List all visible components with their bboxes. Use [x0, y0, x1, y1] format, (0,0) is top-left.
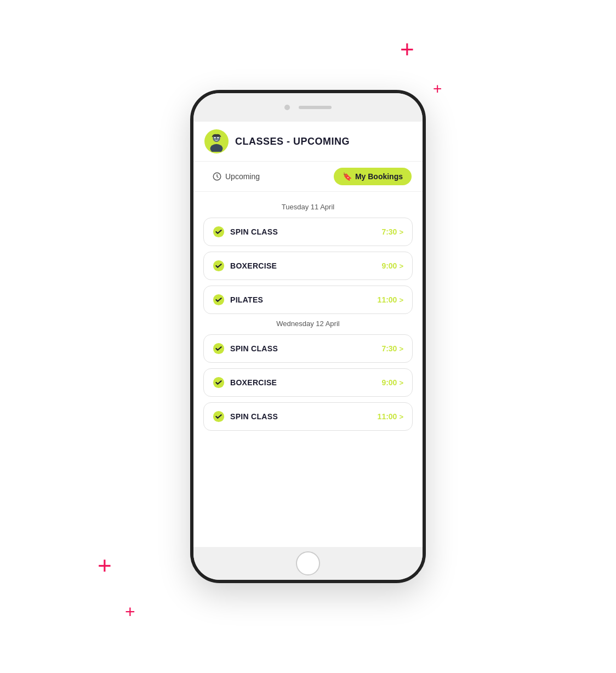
class-item[interactable]: BOXERCISE9:00 > — [203, 368, 413, 397]
check-icon — [213, 377, 225, 389]
class-name: SPIN CLASS — [230, 344, 278, 353]
class-arrow: > — [399, 379, 403, 387]
tab-upcoming[interactable]: Upcoming — [204, 167, 267, 186]
decoration-plus-1 — [400, 37, 414, 61]
class-item[interactable]: SPIN CLASS11:00 > — [203, 402, 413, 431]
phone-screen: CLASSES - UPCOMING Upcoming 🔖 My Booking… — [193, 122, 423, 547]
phone-top-bar — [193, 93, 423, 122]
day-section-0: Tuesday 11 AprilSPIN CLASS7:30 >BOXERCIS… — [203, 203, 413, 314]
class-time: 11:00 — [378, 412, 397, 421]
check-icon — [213, 260, 225, 272]
page-title: CLASSES - UPCOMING — [235, 136, 350, 147]
tab-bar: Upcoming 🔖 My Bookings — [193, 162, 423, 192]
class-time: 9:00 — [381, 261, 397, 270]
class-arrow: > — [399, 413, 403, 421]
day-section-1: Wednesday 12 AprilSPIN CLASS7:30 >BOXERC… — [203, 320, 413, 431]
class-left: SPIN CLASS — [213, 226, 278, 238]
class-time: 7:30 — [381, 344, 397, 353]
class-arrow: > — [399, 296, 403, 304]
tab-my-bookings-label: My Bookings — [355, 172, 403, 181]
app-header: CLASSES - UPCOMING — [193, 122, 423, 162]
avatar-image — [206, 131, 227, 152]
check-icon — [213, 294, 225, 306]
class-arrow: > — [399, 228, 403, 236]
day-label-0: Tuesday 11 April — [203, 203, 413, 211]
class-item[interactable]: BOXERCISE9:00 > — [203, 252, 413, 280]
day-label-1: Wednesday 12 April — [203, 320, 413, 328]
check-icon — [213, 410, 225, 423]
phone-camera — [284, 105, 290, 110]
class-right: 9:00 > — [381, 261, 403, 270]
decoration-plus-3 — [98, 554, 112, 578]
check-icon — [213, 226, 225, 238]
class-item[interactable]: SPIN CLASS7:30 > — [203, 334, 413, 363]
class-right: 7:30 > — [381, 227, 403, 236]
phone-speaker — [299, 106, 332, 109]
class-right: 11:00 > — [378, 295, 403, 304]
class-name: SPIN CLASS — [230, 412, 278, 421]
class-item[interactable]: PILATES11:00 > — [203, 286, 413, 314]
class-left: PILATES — [213, 294, 263, 306]
classes-list: Tuesday 11 AprilSPIN CLASS7:30 >BOXERCIS… — [193, 192, 423, 547]
class-left: BOXERCISE — [213, 260, 277, 272]
tab-my-bookings[interactable]: 🔖 My Bookings — [334, 168, 412, 185]
check-icon — [213, 343, 225, 355]
class-right: 9:00 > — [381, 378, 403, 387]
class-time: 9:00 — [381, 378, 397, 387]
class-right: 11:00 > — [378, 412, 403, 421]
svg-point-4 — [217, 137, 219, 139]
class-name: BOXERCISE — [230, 378, 277, 387]
svg-point-3 — [214, 137, 216, 139]
class-name: PILATES — [230, 295, 263, 304]
decoration-plus-2 — [433, 81, 442, 96]
class-name: SPIN CLASS — [230, 227, 278, 236]
bookmark-icon: 🔖 — [343, 172, 352, 181]
tab-upcoming-label: Upcoming — [225, 172, 260, 181]
class-arrow: > — [399, 262, 403, 270]
class-right: 7:30 > — [381, 344, 403, 353]
class-left: BOXERCISE — [213, 377, 277, 389]
class-time: 11:00 — [378, 295, 397, 304]
class-arrow: > — [399, 345, 403, 353]
phone-device: CLASSES - UPCOMING Upcoming 🔖 My Booking… — [190, 90, 426, 583]
home-button[interactable] — [296, 551, 320, 575]
avatar — [204, 129, 229, 153]
class-name: BOXERCISE — [230, 261, 277, 270]
class-item[interactable]: SPIN CLASS7:30 > — [203, 218, 413, 246]
phone-bottom-bar — [193, 547, 423, 580]
class-time: 7:30 — [381, 227, 397, 236]
decoration-plus-4 — [125, 603, 135, 620]
clock-icon — [212, 172, 222, 181]
class-left: SPIN CLASS — [213, 410, 278, 423]
class-left: SPIN CLASS — [213, 343, 278, 355]
